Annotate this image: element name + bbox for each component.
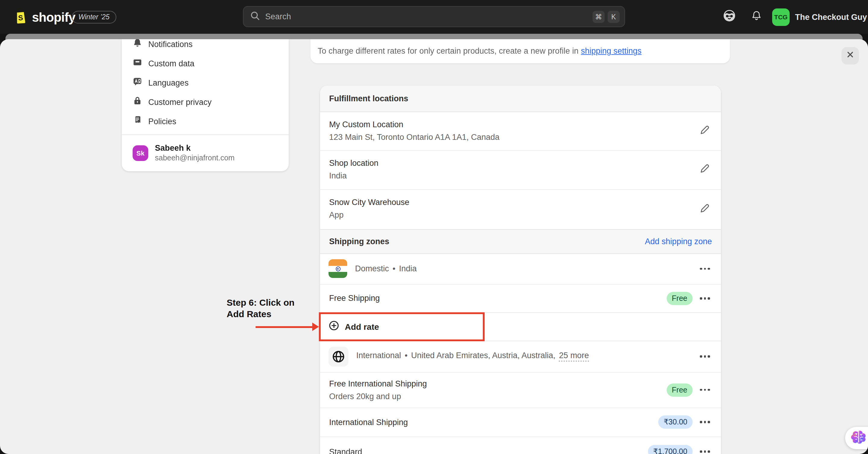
cmd-key-badge: ⌘ <box>592 10 604 23</box>
store-menu[interactable]: TCG The Checkout Guy <box>772 6 867 28</box>
rate-row-standard: Standard ₹1,700.00 <box>320 437 721 454</box>
edit-location-button[interactable] <box>697 202 711 216</box>
store-name: The Checkout Guy <box>795 12 867 22</box>
search-input[interactable] <box>264 11 590 22</box>
sidekick-button[interactable] <box>720 8 738 26</box>
rate-menu-button[interactable] <box>700 421 710 423</box>
rate-name: Free Shipping <box>329 294 380 303</box>
location-detail: India <box>329 170 712 182</box>
globe-icon <box>329 347 348 367</box>
extension-fab[interactable] <box>845 427 868 449</box>
shopify-bag-icon: S <box>12 7 28 28</box>
rate-menu-button[interactable] <box>700 389 710 391</box>
rate-row-free-shipping: Free Shipping Free <box>320 284 721 312</box>
shopify-wordmark: shopify <box>32 10 75 24</box>
nav-label: Custom data <box>148 59 194 68</box>
zone-row-international: International • United Arab Emirates, Au… <box>320 341 721 372</box>
global-search[interactable]: ⌘ K <box>243 6 625 27</box>
add-shipping-zone-link[interactable]: Add shipping zone <box>645 237 712 246</box>
settings-nav-panel: Notifications Custom data <box>122 39 289 171</box>
database-box-icon <box>133 57 142 69</box>
pencil-icon <box>699 203 709 216</box>
user-profile[interactable]: Sk Sabeeh k sabeeh@ninjafront.com <box>122 135 289 171</box>
brain-icon <box>850 429 867 447</box>
receipt-icon <box>133 115 142 127</box>
more-countries-link[interactable]: 25 more <box>559 351 589 362</box>
rate-name: International Shipping <box>329 418 408 427</box>
location-name: Shop location <box>329 157 712 170</box>
location-detail: 123 Main St, Toronto Ontario A1A 1A1, Ca… <box>329 131 712 144</box>
zone-name: Domestic <box>355 264 389 273</box>
zone-menu-button[interactable] <box>700 268 710 270</box>
user-name: Sabeeh k <box>155 144 235 153</box>
rate-name: Free International Shipping <box>329 378 721 390</box>
zone-name: International <box>356 351 401 360</box>
zone-menu-button[interactable] <box>700 356 710 358</box>
highlight-rectangle <box>319 312 485 341</box>
card-header: Fulfillment locations <box>320 86 721 112</box>
nav-label: Notifications <box>148 39 193 49</box>
rate-row-free-international: Free International Shipping Orders 20kg … <box>320 372 721 408</box>
notifications-button[interactable] <box>747 8 766 26</box>
lock-icon <box>133 96 142 108</box>
svg-text:S: S <box>18 13 23 22</box>
location-name: Snow City Warehouse <box>329 196 712 208</box>
rate-price-badge: ₹1,700.00 <box>648 445 692 454</box>
translate-icon <box>133 77 142 89</box>
shipping-settings-link[interactable]: shipping settings <box>581 47 641 56</box>
shipping-zones-title: Shipping zones <box>329 237 390 246</box>
release-badge: Winter ’25 <box>72 11 116 24</box>
shopify-logo[interactable]: S shopify <box>12 7 75 28</box>
bell-icon <box>133 39 142 50</box>
rate-price-badge: ₹30.00 <box>658 416 692 429</box>
banner-text: To charge different rates for only certa… <box>318 47 578 56</box>
rate-menu-button[interactable] <box>700 297 710 299</box>
zone-row-domestic: Domestic • India <box>320 254 721 284</box>
nav-item-policies[interactable]: Policies <box>122 112 289 131</box>
location-row: Snow City Warehouse App <box>320 190 721 229</box>
nav-item-custom-data[interactable]: Custom data <box>122 54 289 73</box>
search-icon <box>250 10 260 23</box>
nav-item-languages[interactable]: Languages <box>122 73 289 92</box>
shipping-profile-banner: To charge different rates for only certa… <box>310 39 730 63</box>
sidekick-face-icon <box>721 8 737 26</box>
rate-price-badge: Free <box>666 292 692 305</box>
rate-menu-button[interactable] <box>700 451 710 453</box>
k-key-badge: K <box>608 10 620 23</box>
close-icon <box>846 50 855 61</box>
annotation-line2: Add Rates <box>227 308 294 320</box>
bell-icon <box>750 9 763 25</box>
annotation-arrow-head <box>312 323 319 331</box>
user-avatar: Sk <box>133 145 148 161</box>
user-email: sabeeh@ninjafront.com <box>155 154 235 163</box>
location-name: My Custom Location <box>329 119 712 131</box>
edit-location-button[interactable] <box>697 124 711 139</box>
pencil-icon <box>699 125 709 138</box>
zone-regions: United Arab Emirates, Austria, Australia… <box>411 351 555 360</box>
rate-name: Standard <box>329 447 362 454</box>
rate-row-international-shipping: International Shipping ₹30.00 <box>320 408 721 437</box>
settings-nav-list: Notifications Custom data <box>122 39 289 131</box>
india-flag-icon <box>329 260 347 278</box>
shipping-card: Fulfillment locations My Custom Location… <box>320 86 721 454</box>
nav-item-notifications[interactable]: Notifications <box>122 39 289 54</box>
nav-item-customer-privacy[interactable]: Customer privacy <box>122 92 289 112</box>
bullet-separator: • <box>405 351 407 360</box>
shipping-zones-header: Shipping zones Add shipping zone <box>320 229 721 254</box>
topbar: S shopify Winter ’25 ⌘ K <box>0 0 868 34</box>
bullet-separator: • <box>393 264 396 273</box>
location-detail: App <box>329 209 712 221</box>
nav-label: Languages <box>148 78 189 87</box>
settings-modal: Notifications Custom data <box>0 39 868 454</box>
annotation-arrow <box>255 326 313 328</box>
step-annotation: Step 6: Click on Add Rates <box>227 297 294 320</box>
pencil-icon <box>699 164 709 176</box>
nav-label: Customer privacy <box>148 97 212 107</box>
edit-location-button[interactable] <box>697 163 711 177</box>
location-row: Shop location India <box>320 151 721 190</box>
annotation-line1: Step 6: Click on <box>227 297 294 308</box>
location-row: My Custom Location 123 Main St, Toronto … <box>320 112 721 151</box>
close-button[interactable] <box>841 47 859 64</box>
store-avatar: TCG <box>772 8 789 26</box>
nav-label: Policies <box>148 117 176 126</box>
